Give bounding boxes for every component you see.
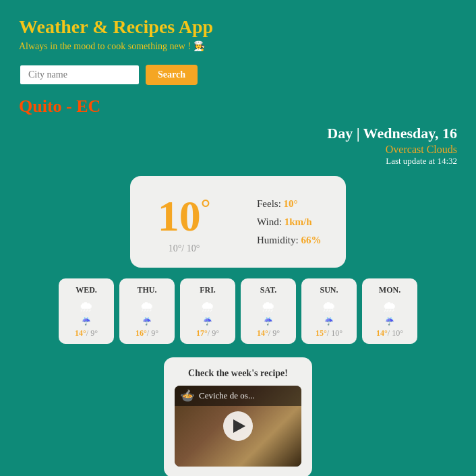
- search-button[interactable]: Search: [146, 65, 198, 85]
- wind-speed: Wind: 1km/h: [257, 216, 327, 228]
- recipe-prompt: Check the week's recipe!: [175, 368, 301, 379]
- forecast-card-4: SUN. 🌧 ☔ 15°/ 10°: [301, 278, 357, 344]
- app-title: Weather & Recipes App: [19, 16, 457, 38]
- forecast-card-1: THU. 🌧 ☔ 16°/ 9°: [119, 278, 175, 344]
- video-icon: 🍲: [180, 388, 195, 403]
- main-temperature: 10°: [152, 195, 216, 238]
- forecast-card-0: WED. 🌧 ☔ 14°/ 9°: [59, 278, 114, 344]
- video-label: Ceviche de os...: [199, 390, 255, 401]
- forecast-card-2: FRI. 🌧 ☔ 17°/ 9°: [180, 278, 235, 344]
- app-subtitle: Always in the mood to cook something new…: [19, 40, 457, 52]
- forecast-card-3: SAT. 🌧 ☔ 14°/ 9°: [241, 278, 296, 344]
- play-button[interactable]: [223, 411, 253, 441]
- last-update: Last update at 14:32: [19, 156, 457, 167]
- play-triangle-icon: [233, 419, 245, 433]
- video-thumbnail[interactable]: 🍲 Ceviche de os...: [175, 386, 301, 467]
- humidity: Humidity: 66%: [257, 235, 327, 246]
- city-label: Quito - EC: [19, 96, 457, 117]
- temp-range: 10°/ 10°: [152, 243, 216, 254]
- feels-like: Feels: 10°: [257, 198, 327, 210]
- weather-condition: Overcast Clouds: [19, 144, 457, 156]
- weather-details-card: Feels: 10° Wind: 1km/h Humidity: 66%: [238, 176, 346, 268]
- recipe-card: Check the week's recipe! 🍲 Ceviche de os…: [164, 357, 312, 476]
- search-input[interactable]: [19, 64, 140, 86]
- day-title: Day | Wednesday, 16: [327, 125, 457, 142]
- temp-card: 10° 10°/ 10°: [130, 176, 238, 268]
- forecast-row: WED. 🌧 ☔ 14°/ 9° THU. 🌧 ☔ 16°/ 9° FRI. 🌧…: [19, 278, 457, 344]
- forecast-card-5: MON. 🌧 ☔ 14°/ 10°: [362, 278, 417, 344]
